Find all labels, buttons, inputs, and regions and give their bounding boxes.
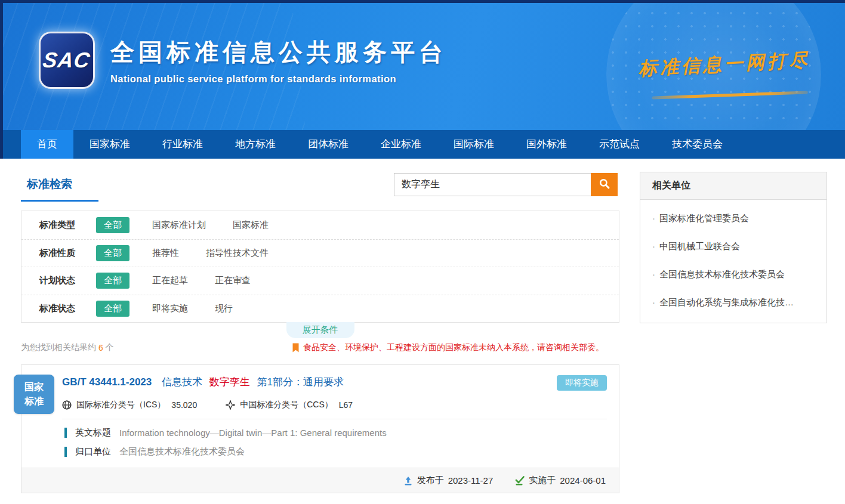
filter-option[interactable]: 正在审查	[215, 275, 251, 286]
site-title-cn: 全国标准信息公共服务平台	[110, 36, 447, 69]
related-units-title: 相关单位	[640, 172, 827, 200]
main-nav: 首页 国家标准 行业标准 地方标准 团体标准 企业标准 国际标准 国外标准 示范…	[0, 130, 845, 159]
sidebar-item-automation-committee[interactable]: ·全国自动化系统与集成标准化技…	[640, 289, 827, 317]
results-count: 6	[98, 343, 103, 353]
implement-date-item: 实施于 2024-06-01	[514, 475, 606, 486]
dept-label: 归口单位	[75, 446, 111, 457]
filter-all-badge[interactable]: 全部	[96, 245, 129, 261]
filter-option[interactable]: 国家标准	[233, 219, 269, 231]
sac-logo-text: SAC	[42, 48, 92, 73]
nav-tab-technical-committees[interactable]: 技术委员会	[656, 130, 739, 159]
ics-meta: 国际标准分类号（ICS） 35.020	[62, 400, 197, 410]
sidebar-item-label: 中国机械工业联合会	[659, 241, 740, 251]
filter-label: 标准类型	[39, 219, 96, 231]
national-standard-badge: 国家 标准	[14, 375, 54, 414]
sidebar-item-label: 全国信息技术标准化技术委员会	[659, 269, 785, 279]
filter-all-badge[interactable]: 全部	[96, 301, 129, 317]
expand-conditions-button[interactable]: 展开条件	[286, 322, 354, 338]
nav-tab-home[interactable]: 首页	[21, 130, 73, 159]
filter-option[interactable]: 指导性技术文件	[206, 248, 269, 259]
filter-all-badge[interactable]: 全部	[96, 217, 129, 233]
nav-tab-enterprise-standards[interactable]: 企业标准	[365, 130, 437, 159]
filter-label: 标准性质	[39, 248, 96, 259]
bullet: ·	[652, 297, 655, 307]
filter-label: 计划状态	[39, 275, 96, 286]
sidebar-item-sac[interactable]: ·国家标准化管理委员会	[640, 205, 827, 233]
title-highlight[interactable]: 数字孪生	[209, 376, 250, 388]
nav-tab-group-standards[interactable]: 团体标准	[292, 130, 365, 159]
search-button[interactable]	[591, 173, 618, 196]
filter-option[interactable]: 国家标准计划	[152, 219, 206, 231]
badge-line1: 国家	[24, 380, 44, 394]
result-card: 国家 标准 GB/T 43441.1-2023 信息技术 数字孪生 第1部分：通…	[21, 364, 619, 493]
implement-date: 2024-06-01	[560, 475, 606, 486]
sidebar-item-machinery-federation[interactable]: ·中国机械工业联合会	[640, 233, 827, 261]
hero-header: SAC 全国标准信息公共服务平台 National public service…	[0, 0, 845, 130]
teal-bar	[64, 447, 67, 457]
filter-option[interactable]: 推荐性	[152, 248, 179, 259]
status-badge: 即将实施	[557, 375, 607, 391]
globe-icon	[62, 400, 72, 410]
compass-icon	[226, 400, 235, 410]
ccs-value: L67	[339, 400, 353, 410]
results-count-suffix: 个	[106, 342, 114, 353]
nav-tab-pilot-demo[interactable]: 示范试点	[583, 130, 656, 159]
title-part2[interactable]: 第1部分：通用要求	[257, 376, 343, 388]
implement-label: 实施于	[529, 475, 556, 486]
search-icon	[599, 178, 610, 191]
filter-panel: 标准类型 全部 国家标准计划 国家标准 标准性质 全部 推荐性 指导性技术文件 …	[21, 211, 619, 323]
badge-line2: 标准	[24, 394, 44, 409]
sidebar-item-label: 全国自动化系统与集成标准化技…	[659, 297, 794, 307]
publish-date-item: 发布于 2023-11-27	[403, 475, 494, 486]
filter-option[interactable]: 现行	[215, 303, 233, 314]
dept-row: 归口单位 全国信息技术标准化技术委员会	[21, 438, 619, 457]
bullet: ·	[652, 269, 655, 279]
nav-tab-international-standards[interactable]: 国际标准	[437, 130, 510, 159]
filter-all-badge[interactable]: 全部	[96, 273, 129, 289]
results-count-prefix: 为您找到相关结果约	[21, 342, 96, 353]
ccs-meta: 中国标准分类号（CCS） L67	[226, 400, 353, 410]
ics-value: 35.020	[171, 400, 197, 410]
filter-row-plan-status: 计划状态 全部 正在起草 正在审查	[21, 267, 619, 295]
sidebar-item-label: 国家标准化管理委员会	[659, 213, 749, 223]
filter-option[interactable]: 正在起草	[152, 275, 188, 286]
results-notice: 食品安全、环境保护、工程建设方面的国家标准未纳入本系统，请咨询相关部委。	[292, 342, 604, 353]
search-box	[394, 173, 618, 196]
sidebar-item-it-standardization-committee[interactable]: ·全国信息技术标准化技术委员会	[640, 261, 827, 289]
nav-tab-industry-standards[interactable]: 行业标准	[146, 130, 219, 159]
upload-icon	[403, 476, 413, 486]
section-title-standard-search: 标准检索	[21, 172, 98, 202]
teal-bar	[64, 428, 67, 438]
filter-row-standard-type: 标准类型 全部 国家标准计划 国家标准	[21, 211, 619, 239]
publish-label: 发布于	[417, 475, 444, 486]
english-title-value: Information technology—Digital twin—Part…	[119, 428, 387, 438]
page: SAC 全国标准信息公共服务平台 National public service…	[0, 0, 845, 504]
related-units-panel: 相关单位 ·国家标准化管理委员会 ·中国机械工业联合会 ·全国信息技术标准化技术…	[640, 172, 827, 323]
filter-label: 标准状态	[39, 303, 96, 314]
title-part1[interactable]: 信息技术	[162, 376, 202, 388]
filter-option[interactable]: 即将实施	[152, 303, 188, 314]
nav-tab-foreign-standards[interactable]: 国外标准	[510, 130, 583, 159]
dept-value: 全国信息技术标准化技术委员会	[119, 446, 245, 457]
standard-code[interactable]: GB/T 43441.1-2023	[62, 376, 152, 388]
bullet: ·	[652, 213, 655, 223]
ccs-label: 中国标准分类号（CCS）	[240, 400, 333, 410]
site-title-en: National public service platform for sta…	[110, 73, 447, 85]
bullet: ·	[652, 241, 655, 251]
nav-tab-national-standards[interactable]: 国家标准	[73, 130, 146, 159]
english-title-label: 英文标题	[75, 427, 111, 438]
bookmark-icon	[292, 343, 300, 353]
results-notice-text: 食品安全、环境保护、工程建设方面的国家标准未纳入本系统，请咨询相关部委。	[303, 342, 604, 353]
filter-row-standard-status: 标准状态 全部 即将实施 现行	[21, 295, 619, 323]
nav-tab-local-standards[interactable]: 地方标准	[219, 130, 292, 159]
filter-row-standard-nature: 标准性质 全部 推荐性 指导性技术文件	[21, 239, 619, 267]
standard-title[interactable]: GB/T 43441.1-2023 信息技术 数字孪生 第1部分：通用要求	[62, 375, 545, 389]
publish-date: 2023-11-27	[448, 475, 494, 486]
search-input[interactable]	[394, 173, 591, 196]
ics-label: 国际标准分类号（ICS）	[76, 400, 165, 410]
english-title-row: 英文标题 Information technology—Digital twin…	[21, 419, 619, 438]
card-footer: 发布于 2023-11-27 实施于 2024-06-01	[21, 468, 619, 493]
sac-logo: SAC	[39, 32, 95, 89]
check-icon	[514, 476, 525, 486]
